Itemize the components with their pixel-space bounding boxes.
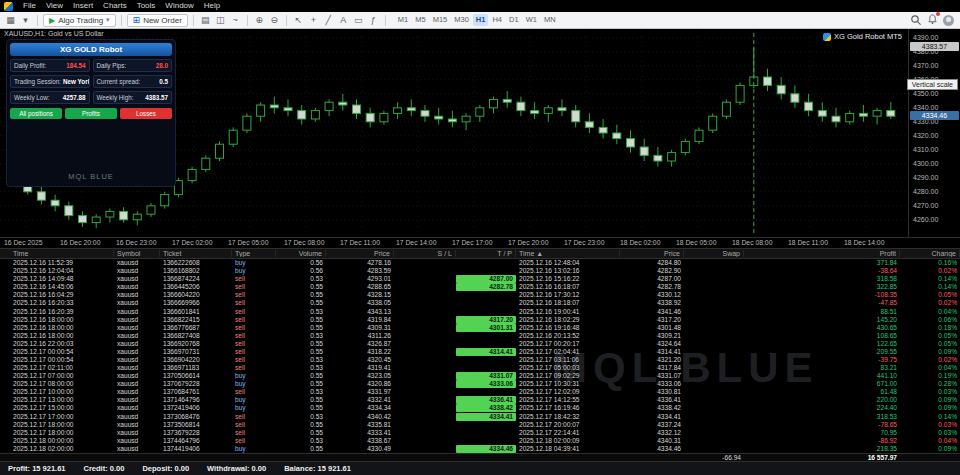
text-tool-icon[interactable]: A xyxy=(337,13,350,27)
history-header-time-0[interactable]: Time xyxy=(10,250,114,257)
history-header-profit-11[interactable]: Profit xyxy=(744,250,900,257)
history-header-tp-7[interactable]: T / P xyxy=(456,250,516,257)
timeframe-h1[interactable]: H1 xyxy=(473,14,489,26)
history-row[interactable]: 2025.12.18 00:00:00xauusd1374464796sell0… xyxy=(0,437,960,445)
trendline-icon[interactable]: ╱ xyxy=(322,13,335,27)
history-header-swap-10[interactable]: Swap xyxy=(684,250,744,257)
line-chart-icon[interactable]: ~ xyxy=(229,13,242,27)
history-cell: 4336.41 xyxy=(620,396,684,404)
new-order-button[interactable]: ⊞ New Order xyxy=(127,14,188,27)
history-cell: 4317.84 xyxy=(620,364,684,372)
history-row[interactable]: 2025.12.16 18:00:00xauusd1366827408sell0… xyxy=(0,332,960,340)
history-header-change-12[interactable]: Change xyxy=(900,250,960,257)
timeframe-m15[interactable]: M15 xyxy=(430,14,451,26)
history-row[interactable]: 2025.12.16 16:04:29xauusd1366604220sell0… xyxy=(0,291,960,299)
chart-dropdown-icon[interactable]: ▾ xyxy=(19,13,32,27)
history-row[interactable]: 2025.12.16 18:00:00xauusd1366822415sell0… xyxy=(0,316,960,324)
history-row[interactable]: 2025.12.17 02:11:00xauusd1366971183sell0… xyxy=(0,364,960,372)
history-cell: 4314.41 xyxy=(456,348,516,356)
history-header-volume-4[interactable]: Volume xyxy=(276,250,326,257)
algo-trading-button[interactable]: ▶ Algo Trading ▾ xyxy=(43,14,116,27)
history-header-symbol-1[interactable]: Symbol xyxy=(114,250,160,257)
history-header-type-3[interactable]: Type xyxy=(232,250,276,257)
timeframe-h4[interactable]: H4 xyxy=(489,14,505,26)
history-header-sl-6[interactable]: S / L xyxy=(394,250,456,257)
robot-panel-button-losses[interactable]: Losses xyxy=(120,108,172,119)
history-row[interactable]: 2025.12.18 02:00:00xauusd1374419406buy0.… xyxy=(0,445,960,453)
timeframe-m30[interactable]: M30 xyxy=(451,14,472,26)
timeframe-d1[interactable]: D1 xyxy=(506,14,522,26)
current-price-tag: 4334.46 xyxy=(910,111,959,120)
crosshair-icon[interactable]: + xyxy=(307,13,320,27)
menu-file[interactable]: File xyxy=(18,0,41,12)
menu-window[interactable]: Window xyxy=(160,0,198,12)
history-row[interactable]: 2025.12.16 16:20:39xauusd1366601841sell0… xyxy=(0,307,960,315)
history-header-time-8[interactable]: Time ▲ xyxy=(516,250,620,257)
history-row[interactable]: 2025.12.16 22:00:03xauusd1366920768sell0… xyxy=(0,340,960,348)
menu-help[interactable]: Help xyxy=(199,0,225,12)
history-row[interactable]: 2025.12.17 18:00:00xauusd1373679228sell0… xyxy=(0,429,960,437)
time-axis[interactable]: 16 Dec 202516 Dec 20:0016 Dec 23:0017 De… xyxy=(0,237,960,248)
zoom-in-icon[interactable]: ⊕ xyxy=(253,13,266,27)
price-axis-label: 4290.00 xyxy=(913,174,938,181)
robot-panel-button-all-positions[interactable]: All positions xyxy=(10,108,62,119)
history-cell: 2025.12.17 09:02:29 xyxy=(516,372,620,380)
history-rows: 2025.12.16 11:52:39xauusd1366222608buy0.… xyxy=(0,259,960,453)
toolbar-separator xyxy=(193,15,194,26)
history-totals-row: -66.9416 557.97 xyxy=(0,453,960,461)
history-cell: 0.53 xyxy=(276,364,326,372)
robot-panel-field-label: Weekly High: xyxy=(97,93,134,102)
history-row[interactable]: 2025.12.16 16:20:33xauusd1366669966sell0… xyxy=(0,299,960,307)
robot-panel-button-profits[interactable]: Profits xyxy=(65,108,117,119)
history-row[interactable]: 2025.12.17 15:00:00xauusd1372419406buy0.… xyxy=(0,404,960,412)
toolbar-separator xyxy=(385,15,386,26)
notifications-bell[interactable] xyxy=(927,13,938,27)
history-row[interactable]: 2025.12.16 14:45:06xauusd1366445206sell0… xyxy=(0,283,960,291)
history-row[interactable]: 2025.12.17 18:00:00xauusd1373506814sell0… xyxy=(0,421,960,429)
history-row[interactable]: 2025.12.17 10:00:00xauusd1370684761sell0… xyxy=(0,388,960,396)
menu-tools[interactable]: Tools xyxy=(132,0,161,12)
history-cell: 0.28% xyxy=(900,380,960,388)
history-header-price-5[interactable]: Price xyxy=(326,250,394,257)
account-avatar[interactable] xyxy=(943,15,954,26)
bar-chart-icon[interactable]: ▤ xyxy=(199,13,212,27)
new-chart-icon[interactable]: ▦ xyxy=(4,13,17,27)
history-cell: 4334.46 xyxy=(620,445,684,453)
history-cell: buy xyxy=(232,259,276,267)
menu-charts[interactable]: Charts xyxy=(98,0,132,12)
timeframe-m5[interactable]: M5 xyxy=(412,14,428,26)
candlestick-chart-icon[interactable]: ◫ xyxy=(214,13,227,27)
history-row[interactable]: 2025.12.16 12:04:04xauusd1366168802buy0.… xyxy=(0,267,960,275)
timeframe-w1[interactable]: W1 xyxy=(523,14,540,26)
history-header-price-9[interactable]: Price xyxy=(620,250,684,257)
indicators-icon[interactable]: ƒ xyxy=(367,13,380,27)
history-row[interactable]: 2025.12.17 17:00:00xauusd1373068476sell0… xyxy=(0,412,960,420)
shapes-icon[interactable]: ▭ xyxy=(352,13,365,27)
menu-view[interactable]: View xyxy=(41,0,68,12)
history-row[interactable]: 2025.12.16 14:09:48xauusd1366874224sell0… xyxy=(0,275,960,283)
history-cell: xauusd xyxy=(114,259,160,267)
history-row[interactable]: 2025.12.17 00:00:54xauusd1366904220sell0… xyxy=(0,356,960,364)
menu-insert[interactable]: Insert xyxy=(68,0,98,12)
history-row[interactable]: 2025.12.16 18:00:00xauusd1366776687sell0… xyxy=(0,324,960,332)
robot-panel-field-label: Current spread: xyxy=(97,77,141,86)
history-cell: 322.85 xyxy=(744,283,900,291)
history-cell: xauusd xyxy=(114,340,160,348)
history-row[interactable]: 2025.12.17 08:00:00xauusd1370679228buy0.… xyxy=(0,380,960,388)
history-row[interactable]: 2025.12.16 11:52:39xauusd1366222608buy0.… xyxy=(0,259,960,267)
timeframe-m1[interactable]: M1 xyxy=(395,14,411,26)
history-row[interactable]: 2025.12.17 13:00:00xauusd1371464796buy0.… xyxy=(0,396,960,404)
cursor-icon[interactable]: ↖ xyxy=(292,13,305,27)
history-header-ticket-2[interactable]: Ticket xyxy=(160,250,232,257)
search-icon[interactable] xyxy=(910,14,922,26)
price-axis[interactable]: 4383.57 4334.46 4390.004380.004370.00436… xyxy=(908,29,960,237)
zoom-out-icon[interactable]: ⊖ xyxy=(268,13,281,27)
time-axis-label: 18 Dec 05:00 xyxy=(676,239,716,246)
status-item-3: Withdrawal: 0.00 xyxy=(207,464,266,473)
timeframe-mn[interactable]: MN xyxy=(541,14,559,26)
history-row[interactable]: 2025.12.17 00:00:54xauusd1366970731sell0… xyxy=(0,348,960,356)
history-row[interactable]: 2025.12.17 07:00:00xauusd1370506614buy0.… xyxy=(0,372,960,380)
history-cell: sell xyxy=(232,421,276,429)
chart-area[interactable]: XAUUSD,H1: Gold vs US Dollar XG GOLD Rob… xyxy=(0,29,960,237)
history-cell: 4326.87 xyxy=(326,340,394,348)
